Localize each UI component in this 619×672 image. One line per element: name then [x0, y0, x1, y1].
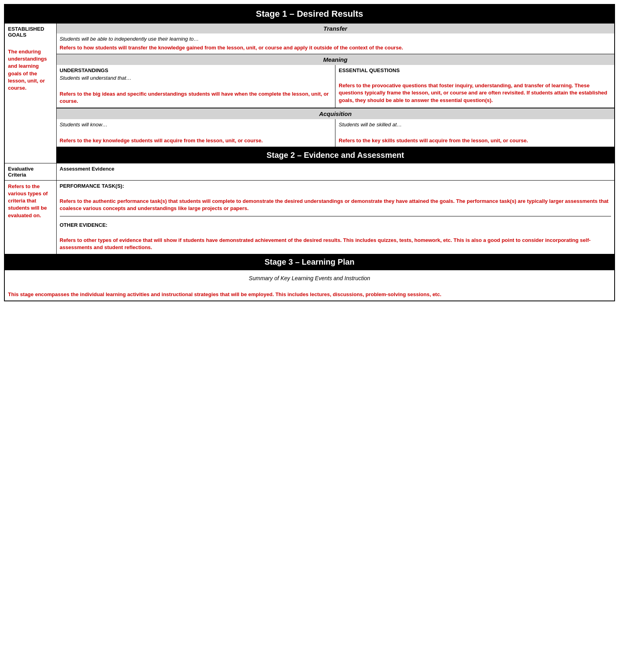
stage3-content-cell: Summary of Key Learning Events and Instr…	[4, 270, 615, 301]
other-evidence-red-text: Refers to other types of evidence that w…	[60, 237, 611, 251]
main-table: Stage 1 – Desired Results ESTABLISHED GO…	[4, 4, 615, 301]
stage3-header: Stage 3 – Learning Plan	[4, 254, 615, 270]
meaning-label: Meaning	[323, 56, 347, 63]
transfer-italic: Students will be able to independently u…	[60, 36, 611, 42]
transfer-label: Transfer	[323, 25, 347, 32]
stage2-header-row: Stage 2 – Evidence and Assessment	[4, 147, 615, 163]
acquisition-content-row: Students will know… Refers to the key kn…	[57, 119, 615, 147]
established-goals-cell: ESTABLISHED GOALS The enduring understan…	[4, 24, 56, 163]
stage2-header: Stage 2 – Evidence and Assessment	[56, 147, 615, 163]
essential-questions-label: ESSENTIAL QUESTIONS	[339, 67, 611, 73]
assessment-evidence-header: Assessment Evidence	[56, 163, 615, 180]
evaluative-red-text: Refers to the various types of criteria …	[8, 183, 53, 219]
stage1-header: Stage 1 – Desired Results	[4, 4, 615, 24]
skilled-italic: Students will be skilled at…	[339, 122, 611, 128]
meaning-header-row: Meaning UNDERSTANDINGS Students will und…	[4, 54, 615, 108]
understandings-cell: UNDERSTANDINGS Students will understand …	[57, 65, 335, 108]
understandings-italic: Students will understand that…	[60, 75, 332, 81]
skilled-red-text: Refers to the key skills students will a…	[339, 137, 611, 144]
stage1-header-row: Stage 1 – Desired Results	[4, 4, 615, 24]
performance-task-red-text: Refers to the authentic performance task…	[60, 198, 611, 212]
meaning-header-cell: Meaning UNDERSTANDINGS Students will und…	[56, 54, 615, 108]
acquisition-cell: Acquisition Students will know… Refers t…	[56, 108, 615, 147]
stage3-subtitle: Summary of Key Learning Events and Instr…	[8, 273, 611, 284]
performance-task-label: PERFORMANCE TASK(S):	[60, 183, 611, 189]
stage2-col-headers-row: Evaluative Criteria Assessment Evidence	[4, 163, 615, 180]
essential-questions-red-text: Refers to the provocative questions that…	[339, 82, 611, 104]
skilled-cell: Students will be skilled at… Refers to t…	[335, 119, 614, 147]
stage3-red-text: This stage encompasses the individual le…	[8, 291, 611, 298]
understandings-red-text: Refers to the big ideas and specific und…	[60, 90, 332, 105]
transfer-red-text: Refers to how students will transfer the…	[60, 44, 611, 51]
stage3-content-row: Summary of Key Learning Events and Instr…	[4, 270, 615, 301]
meaning-content-row: UNDERSTANDINGS Students will understand …	[57, 65, 615, 108]
understandings-label: UNDERSTANDINGS	[60, 67, 332, 73]
evaluative-criteria-cell: Refers to the various types of criteria …	[4, 180, 56, 254]
stage2-content-row: Refers to the various types of criteria …	[4, 180, 615, 254]
transfer-header-cell: Transfer Students will be able to indepe…	[56, 24, 615, 54]
acquisition-subtable: Students will know… Refers to the key kn…	[57, 119, 615, 147]
meaning-subtable: UNDERSTANDINGS Students will understand …	[57, 65, 615, 108]
acquisition-row: Acquisition Students will know… Refers t…	[4, 108, 615, 147]
established-goals-transfer-row: ESTABLISHED GOALS The enduring understan…	[4, 24, 615, 54]
acquisition-label: Acquisition	[319, 110, 352, 117]
goals-red-text: The enduring understandings and learning…	[8, 48, 53, 92]
evaluative-criteria-header: Evaluative Criteria	[4, 163, 56, 180]
assessment-evidence-cell: PERFORMANCE TASK(S): Refers to the authe…	[56, 180, 615, 254]
essential-questions-cell: ESSENTIAL QUESTIONS Refers to the provoc…	[335, 65, 614, 108]
established-goals-label: ESTABLISHED GOALS	[8, 26, 53, 38]
stage3-header-row: Stage 3 – Learning Plan	[4, 254, 615, 270]
know-cell: Students will know… Refers to the key kn…	[57, 119, 335, 147]
other-evidence-label: OTHER EVIDENCE:	[60, 222, 611, 228]
know-italic: Students will know…	[60, 122, 332, 128]
know-red-text: Refers to the key knowledge students wil…	[60, 137, 332, 144]
